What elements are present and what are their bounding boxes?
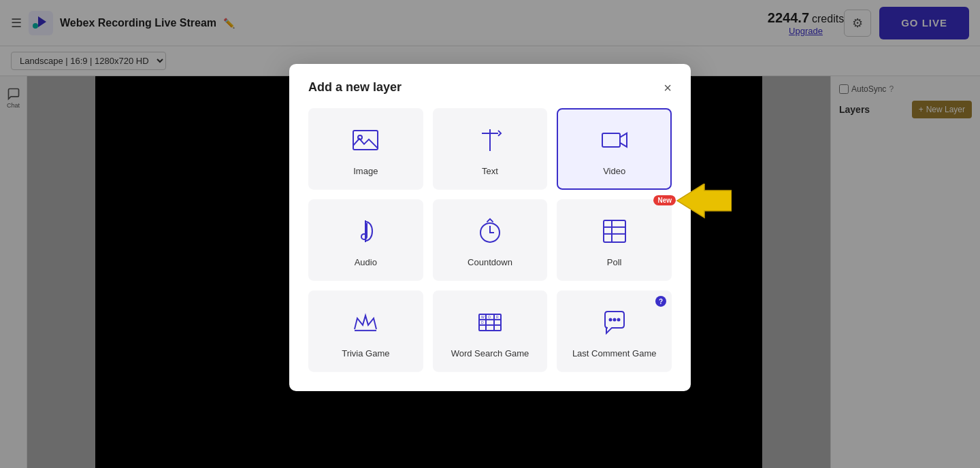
question-badge: ? <box>655 296 666 307</box>
poll-icon <box>600 216 630 250</box>
new-badge: New <box>653 195 676 205</box>
layer-item-wordsearch[interactable]: W O R D Word Search Game <box>433 290 548 372</box>
layer-item-countdown-label: Countdown <box>468 256 512 267</box>
modal-grid: Image Text Video <box>308 108 672 372</box>
layer-item-poll[interactable]: New Poll <box>557 199 672 281</box>
image-icon <box>350 124 380 158</box>
layer-item-trivia-label: Trivia Game <box>342 348 389 358</box>
text-icon <box>475 124 505 158</box>
modal-title: Add a new layer <box>308 80 402 95</box>
svg-point-24 <box>613 318 615 320</box>
add-layer-modal: Add a new layer × Image <box>289 64 691 391</box>
video-icon <box>600 124 630 158</box>
layer-item-lastcomment[interactable]: ? Last Comment Game <box>557 290 672 372</box>
svg-text:D: D <box>481 320 484 324</box>
svg-text:R: R <box>496 314 499 318</box>
trivia-icon <box>350 307 380 341</box>
svg-text:O: O <box>488 314 491 318</box>
layer-item-trivia[interactable]: Trivia Game <box>308 290 423 372</box>
layer-item-wordsearch-label: Word Search Game <box>451 348 529 358</box>
layer-item-lastcomment-label: Last Comment Game <box>572 348 657 358</box>
audio-icon <box>350 216 380 250</box>
countdown-icon <box>475 216 505 250</box>
modal-close-button[interactable]: × <box>664 80 672 94</box>
layer-item-audio-label: Audio <box>355 256 377 267</box>
modal-header: Add a new layer × <box>308 80 672 95</box>
svg-rect-7 <box>602 133 620 146</box>
layer-item-audio[interactable]: Audio <box>308 199 423 281</box>
wordsearch-icon: W O R D <box>475 307 505 341</box>
layer-item-poll-label: Poll <box>607 256 622 267</box>
layer-item-video-label: Video <box>603 165 625 176</box>
layer-item-image[interactable]: Image <box>308 108 423 190</box>
layer-item-countdown[interactable]: Countdown <box>433 199 548 281</box>
svg-point-25 <box>617 318 619 320</box>
layer-item-video[interactable]: Video <box>557 108 672 190</box>
lastcomment-icon <box>600 307 630 341</box>
layer-item-text[interactable]: Text <box>433 108 548 190</box>
svg-text:W: W <box>481 314 485 318</box>
layer-item-text-label: Text <box>482 165 498 176</box>
svg-point-23 <box>609 318 611 320</box>
svg-rect-3 <box>353 130 378 149</box>
svg-rect-9 <box>604 220 625 241</box>
layer-item-image-label: Image <box>353 165 378 176</box>
